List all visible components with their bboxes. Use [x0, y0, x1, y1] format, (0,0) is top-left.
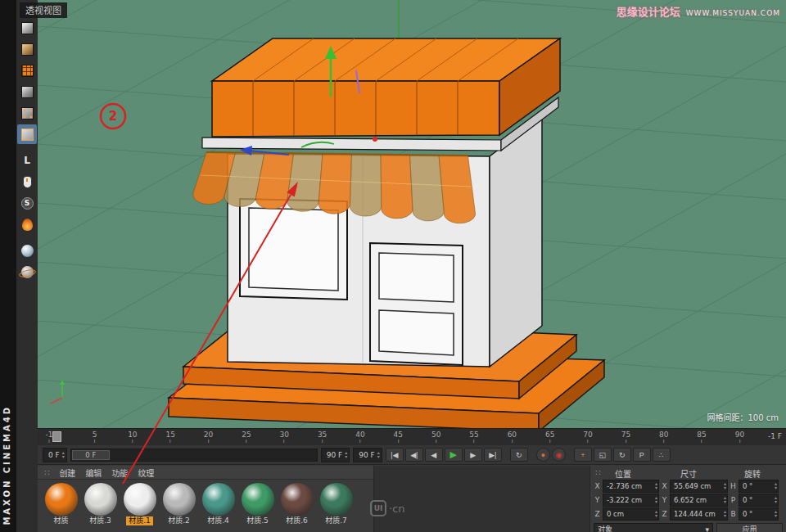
workplane-mode-button[interactable]: L — [17, 151, 37, 170]
material-item[interactable]: 材质.3 — [82, 483, 119, 525]
spinner-down-icon[interactable]: ▾ — [655, 514, 657, 518]
timeline-ruler[interactable]: -1 F -1510152025303540455055606570758085… — [38, 428, 786, 446]
viewport-title[interactable]: 透视视图 — [20, 2, 67, 18]
material-item[interactable]: 材质.1 — [121, 483, 158, 525]
coordinate-space-dropdown[interactable]: 对象 ▾ — [594, 523, 713, 532]
field-spinner[interactable]: ▴▾ — [655, 482, 657, 489]
model-mode-button[interactable] — [17, 39, 37, 59]
key-rotation-button[interactable]: ↻ — [613, 448, 631, 462]
spinner-down-icon[interactable]: ▾ — [62, 455, 65, 459]
material-menu-texture[interactable]: 纹理 — [138, 467, 154, 479]
field-spinner[interactable]: ▴▾ — [775, 482, 777, 489]
spinner-down-icon[interactable]: ▾ — [345, 455, 347, 459]
rotation-b-field[interactable]: 0 °▴▾ — [739, 507, 779, 521]
material-menu-create[interactable]: 创建 — [59, 467, 75, 479]
field-spinner[interactable]: ▴ ▾ — [62, 451, 65, 458]
spinner-down-icon[interactable]: ▾ — [377, 455, 380, 459]
material-preview-button[interactable] — [17, 262, 37, 282]
material-menu-edit[interactable]: 编辑 — [85, 467, 102, 479]
key-scale-button[interactable]: ◱ — [594, 448, 612, 462]
material-item[interactable]: 材质.7 — [318, 483, 355, 525]
position-x-field[interactable]: -2.736 cm▴▾ — [603, 480, 659, 493]
size-x-field[interactable]: 55.649 cm▴▾ — [670, 480, 728, 493]
material-thumbnail[interactable] — [281, 483, 314, 516]
timeline-tick: 10 — [128, 431, 137, 443]
viewport-canvas[interactable] — [38, 0, 786, 428]
material-thumbnail[interactable] — [124, 483, 156, 516]
points-mode-button[interactable] — [17, 103, 37, 123]
material-item[interactable]: 材质.6 — [278, 483, 315, 525]
apply-button[interactable]: 应用 — [716, 523, 783, 532]
material-thumbnail[interactable] — [84, 483, 117, 516]
previous-frame-button[interactable]: ◀ — [425, 448, 443, 462]
material-item[interactable]: 材质.2 — [160, 483, 197, 525]
timeline-marker[interactable] — [52, 431, 61, 442]
texture-mode-button[interactable] — [17, 61, 37, 80]
watermark-site-url: WWW.MISSYUAN.COM — [686, 9, 780, 17]
field-spinner[interactable]: ▴ ▾ — [345, 451, 347, 458]
timeline-tick: 70 — [583, 431, 592, 443]
material-menu-function[interactable]: 功能 — [111, 467, 128, 479]
play-button[interactable]: ▶ — [445, 448, 463, 462]
material-item[interactable]: 材质.4 — [200, 483, 237, 525]
snap-settings-button[interactable]: S — [17, 193, 37, 213]
spinner-down-icon[interactable]: ▾ — [724, 500, 726, 504]
perspective-viewport[interactable]: 网格间距：100 cm — [38, 0, 786, 428]
shop-roof — [212, 38, 560, 137]
material-thumbnail[interactable] — [202, 483, 235, 516]
field-spinner[interactable]: ▴▾ — [724, 510, 726, 517]
previous-key-button[interactable]: ◀| — [405, 448, 423, 462]
material-item[interactable]: 材质 — [43, 483, 79, 525]
next-frame-button[interactable]: ▶ — [464, 448, 482, 462]
range-end-field-2[interactable]: 90 F ▴ ▾ — [353, 448, 382, 462]
spinner-down-icon[interactable]: ▾ — [724, 486, 726, 490]
field-spinner[interactable]: ▴▾ — [655, 510, 657, 517]
object-mode-button[interactable] — [17, 82, 37, 101]
key-position-button[interactable]: + — [574, 448, 592, 462]
material-thumbnail[interactable] — [163, 483, 196, 516]
spinner-down-icon[interactable]: ▾ — [775, 500, 777, 504]
current-frame-field[interactable]: 0 F ▴ ▾ — [43, 448, 67, 462]
spinner-down-icon[interactable]: ▾ — [775, 486, 777, 490]
goto-start-button[interactable]: |◀ — [386, 448, 404, 462]
mouse-navigation-button[interactable] — [17, 172, 37, 192]
size-z-field[interactable]: 124.444 cm▴▾ — [670, 507, 728, 521]
position-z-field[interactable]: 0 cm▴▾ — [603, 507, 659, 521]
field-spinner[interactable]: ▴▾ — [655, 496, 657, 503]
material-thumbnail[interactable] — [320, 483, 353, 516]
range-end-field-1[interactable]: 90 F ▴ ▾ — [321, 448, 350, 462]
loop-button[interactable]: ↻ — [510, 448, 528, 462]
rotation-h-field[interactable]: 0 °▴▾ — [739, 480, 779, 493]
material-thumbnail[interactable] — [242, 483, 274, 516]
frame-range-slider[interactable]: 0 F — [70, 449, 318, 462]
material-thumbnail[interactable] — [45, 483, 78, 516]
render-settings-button[interactable] — [17, 241, 37, 260]
key-parameter-button[interactable]: P — [633, 448, 651, 462]
make-editable-button[interactable] — [17, 18, 37, 38]
polygons-mode-button[interactable] — [17, 124, 37, 144]
spinner-down-icon[interactable]: ▾ — [724, 514, 726, 518]
field-spinner[interactable]: ▴▾ — [775, 496, 777, 503]
spinner-down-icon[interactable]: ▾ — [655, 500, 657, 504]
timeline-tick: 75 — [621, 431, 630, 443]
spinner-down-icon[interactable]: ▾ — [655, 486, 657, 490]
size-y-field[interactable]: 6.652 cm▴▾ — [670, 494, 728, 507]
timeline-tick: 65 — [545, 431, 554, 443]
field-spinner[interactable]: ▴▾ — [724, 482, 726, 489]
goto-end-button[interactable]: ▶| — [484, 448, 502, 462]
paint-tool-button[interactable] — [17, 214, 37, 234]
field-spinner[interactable]: ▴▾ — [775, 510, 777, 517]
material-item[interactable]: 材质.5 — [239, 483, 276, 525]
field-spinner[interactable]: ▴▾ — [724, 496, 726, 503]
field-spinner[interactable]: ▴ ▾ — [377, 451, 380, 458]
spinner-down-icon[interactable]: ▾ — [775, 514, 777, 518]
autokey-button[interactable]: ◉ — [552, 448, 566, 462]
position-y-field[interactable]: -3.222 cm▴▾ — [603, 494, 659, 507]
record-keyframe-button[interactable]: ● — [536, 448, 550, 462]
frame-slider-handle[interactable]: 0 F — [72, 450, 110, 460]
key-pla-button[interactable]: ∴ — [653, 448, 671, 462]
gizmo-center-dot[interactable] — [373, 137, 377, 142]
shop-model[interactable] — [169, 38, 604, 428]
rotation-p-field[interactable]: 0 °▴▾ — [739, 494, 779, 507]
timeline-tick: 60 — [508, 431, 517, 443]
